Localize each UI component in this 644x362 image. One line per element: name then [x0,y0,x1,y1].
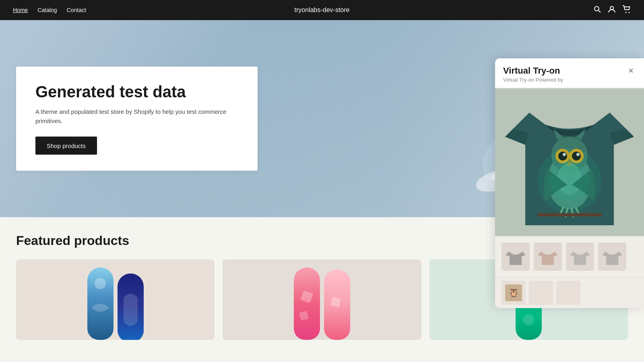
bottom-thumb-2[interactable] [529,281,553,305]
tryon-subtitle: Virtual Try-on Powered by [503,77,563,83]
nav-contact[interactable]: Contact [67,7,86,13]
svg-point-2 [610,6,613,10]
brand-name: tryonlabs-dev-store [295,6,350,14]
bottom-thumb-1[interactable]: 🦉 [502,281,526,305]
svg-point-3 [625,12,627,13]
hero-title: Generated test data [35,83,238,101]
navbar: Home Catalog Contact tryonlabs-dev-store [0,0,644,20]
nav-icons [593,5,631,15]
svg-rect-18 [300,290,313,303]
tryon-header: Virtual Try-on Virtual Try-on Powered by… [495,58,644,88]
svg-point-4 [629,12,630,13]
product-card-1[interactable] [16,259,215,340]
svg-point-0 [594,6,599,11]
bottom-thumb-3[interactable] [556,281,580,305]
tryon-close-button[interactable]: × [626,66,636,76]
svg-text:🦉: 🦉 [509,288,519,298]
svg-point-41 [549,161,590,201]
hero-card: Generated test data A theme and populate… [16,67,258,171]
svg-rect-20 [330,297,341,307]
svg-line-1 [599,10,601,12]
product-card-2[interactable] [223,259,421,340]
tshirt-svg [505,89,634,236]
svg-rect-19 [299,311,309,321]
tryon-thumb-4[interactable] [598,243,626,271]
svg-point-17 [95,278,106,289]
shop-products-button[interactable]: Shop products [35,137,97,155]
cart-icon[interactable] [622,5,631,15]
nav-links: Home Catalog Contact [13,7,86,13]
tryon-thumbnails [495,236,644,277]
svg-point-22 [523,314,534,325]
nav-catalog[interactable]: Catalog [37,7,57,13]
hero-subtitle: A theme and populated test store by Shop… [35,107,238,125]
tryon-panel: Virtual Try-on Virtual Try-on Powered by… [495,58,644,308]
tryon-thumb-3[interactable] [566,243,594,271]
svg-rect-39 [537,213,602,216]
tryon-product-image [495,89,644,236]
tryon-bottom-row: 🦉 [495,277,644,308]
account-icon[interactable] [608,5,616,15]
tryon-title: Virtual Try-on [503,66,563,76]
nav-home[interactable]: Home [13,7,28,13]
tryon-thumb-1[interactable] [502,243,530,271]
search-icon[interactable] [593,5,601,15]
tryon-thumb-2[interactable] [534,243,562,271]
